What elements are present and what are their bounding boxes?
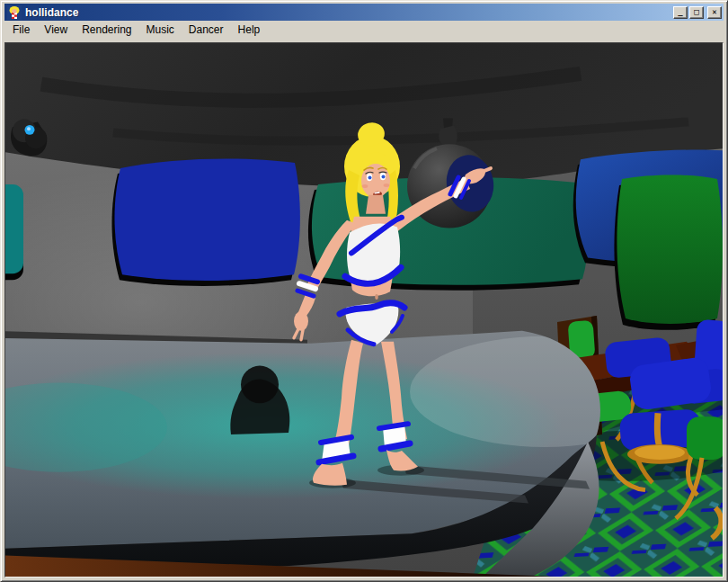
- wall-panel-green-right: [614, 175, 723, 330]
- close-button[interactable]: ✕: [707, 6, 722, 19]
- app-window: hollidance _ □ ✕ File View Rendering Mus…: [0, 0, 728, 582]
- menu-music[interactable]: Music: [139, 22, 182, 39]
- app-icon: [7, 5, 22, 20]
- maximize-button[interactable]: □: [689, 6, 704, 19]
- menu-rendering[interactable]: Rendering: [75, 22, 138, 39]
- render-viewport[interactable]: [4, 42, 724, 578]
- menu-view[interactable]: View: [37, 22, 75, 39]
- minimize-button[interactable]: _: [673, 6, 688, 19]
- navel: [375, 294, 378, 300]
- menu-file[interactable]: File: [5, 22, 37, 39]
- menu-bar: File View Rendering Music Dancer Help: [4, 21, 724, 40]
- titlebar[interactable]: hollidance _ □ ✕: [4, 4, 724, 21]
- wall-panel-teal-left: [5, 184, 23, 280]
- pedestal-gold: [657, 413, 660, 447]
- chair-green-far-right: [687, 416, 723, 460]
- dancer-left-hand: [294, 311, 308, 331]
- wall-panel-blue-left: [111, 158, 299, 285]
- menu-dancer[interactable]: Dancer: [182, 22, 231, 39]
- window-title: hollidance: [25, 6, 673, 19]
- scene-3d: [5, 43, 723, 577]
- menu-help[interactable]: Help: [231, 22, 268, 39]
